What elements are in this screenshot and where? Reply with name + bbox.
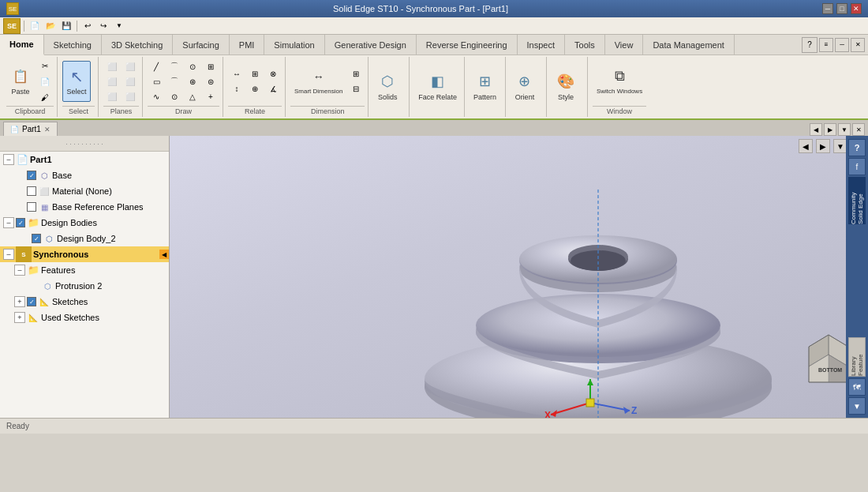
features-expand[interactable]: –	[14, 265, 25, 276]
map-button[interactable]: 🗺	[848, 378, 866, 396]
tab-tools[interactable]: Tools	[565, 35, 605, 54]
viewport-prev-button[interactable]: ◀	[799, 139, 813, 153]
feature-library-button[interactable]: Feature Library	[848, 337, 866, 377]
draw-btn-12[interactable]: +	[202, 89, 219, 103]
viewport-next-button[interactable]: ▶	[816, 139, 830, 153]
help-button[interactable]: ?	[848, 139, 866, 156]
smart-dimension-button[interactable]: ↔ Smart Dimension	[290, 64, 346, 100]
tree-item-design-bodies[interactable]: – ✓ 📁 Design Bodies	[0, 215, 169, 231]
community-button[interactable]: Solid Edge Community	[848, 177, 866, 224]
plane-btn-6[interactable]: ⬜	[122, 89, 139, 103]
maximize-button[interactable]: □	[836, 3, 847, 14]
draw-btn-10[interactable]: ⊙	[166, 89, 183, 103]
undo-button[interactable]: ↩	[80, 19, 95, 33]
tab-surfacing[interactable]: Surfacing	[173, 35, 229, 54]
tree-item-used-sketches[interactable]: + 📐 Used Sketches	[0, 310, 169, 325]
tree-item-synchronous[interactable]: – S Synchronous ◀	[0, 246, 169, 262]
dim-btn-2[interactable]: ⊟	[347, 82, 365, 96]
ribbon-options-button[interactable]: ─	[835, 38, 849, 52]
tab-close-button[interactable]: ✕	[44, 126, 51, 133]
synchronous-expand[interactable]: –	[3, 249, 14, 260]
panel-scroll-handle[interactable]: · · · · · · · · · ·	[0, 136, 169, 152]
material-check[interactable]	[27, 186, 36, 196]
orient-button[interactable]: ⊕ Orient	[511, 66, 539, 107]
app-button[interactable]: SE	[3, 18, 21, 34]
sketches-check[interactable]: ✓	[27, 297, 36, 306]
paste-button[interactable]: 📋 Paste	[6, 61, 35, 102]
plane-btn-2[interactable]: ⬜	[122, 59, 139, 73]
save-button[interactable]: 💾	[59, 19, 73, 33]
design-body-check[interactable]: ✓	[32, 234, 41, 243]
scroll-down-button[interactable]: ▼	[848, 397, 866, 415]
select-button[interactable]: ↖ Select	[62, 61, 91, 102]
help-search-button[interactable]: ?	[802, 37, 817, 53]
relate-btn-5[interactable]: ⊕	[246, 82, 264, 96]
minimize-button[interactable]: ─	[822, 3, 833, 14]
relate-btn-1[interactable]: ↔	[228, 67, 245, 81]
draw-btn-6[interactable]: ⌒	[166, 74, 183, 88]
used-sketches-expand[interactable]: +	[14, 312, 25, 323]
tree-root-part1[interactable]: – 📄 Part1	[0, 152, 169, 167]
draw-btn-3[interactable]: ⊙	[184, 59, 201, 73]
draw-btn-2[interactable]: ⌒	[166, 59, 183, 73]
cut-button[interactable]: ✂	[36, 58, 54, 73]
open-button[interactable]: 📂	[43, 19, 58, 33]
tab-3d-sketching[interactable]: 3D Sketching	[102, 35, 173, 54]
facebook-button[interactable]: f	[848, 158, 866, 175]
draw-btn-11[interactable]: △	[184, 89, 201, 103]
tab-sketching[interactable]: Sketching	[44, 35, 102, 54]
draw-btn-5[interactable]: ▭	[148, 74, 165, 88]
tab-view[interactable]: View	[605, 35, 644, 54]
tree-item-material[interactable]: ⬜ Material (None)	[0, 183, 169, 199]
plane-btn-1[interactable]: ⬜	[103, 59, 121, 73]
ribbon-close-button[interactable]: ✕	[851, 38, 865, 52]
base-check[interactable]: ✓	[27, 171, 36, 180]
tab-reverse-engineering[interactable]: Reverse Engineering	[417, 35, 518, 54]
relate-btn-2[interactable]: ⊞	[246, 67, 264, 81]
draw-btn-4[interactable]: ⊞	[202, 59, 219, 73]
tab-data-management[interactable]: Data Management	[643, 35, 735, 54]
draw-btn-1[interactable]: ╱	[148, 59, 165, 73]
relate-btn-6[interactable]: ∡	[264, 82, 282, 96]
next-window-button[interactable]: ▶	[824, 123, 836, 136]
plane-btn-4[interactable]: ⬜	[122, 74, 139, 88]
tab-simulation[interactable]: Simulation	[264, 35, 324, 54]
close-window-button[interactable]: ✕	[852, 123, 865, 136]
close-button[interactable]: ✕	[851, 3, 862, 14]
tree-item-features[interactable]: – 📁 Features	[0, 262, 169, 278]
customize-button[interactable]: ▼	[112, 19, 126, 33]
design-bodies-check[interactable]: ✓	[16, 218, 25, 227]
face-relate-button[interactable]: ◧ Face Relate	[414, 66, 461, 107]
tab-generative-design[interactable]: Generative Design	[325, 35, 417, 54]
switch-windows-button[interactable]: ⧉ Switch Windows	[593, 61, 646, 102]
prev-window-button[interactable]: ◀	[810, 123, 822, 136]
draw-btn-9[interactable]: ∿	[148, 89, 165, 103]
relate-btn-3[interactable]: ⊗	[264, 67, 282, 81]
plane-btn-5[interactable]: ⬜	[103, 89, 121, 103]
tree-item-base-ref[interactable]: ▦ Base Reference Planes	[0, 199, 169, 215]
copy-button[interactable]: 📄	[36, 74, 54, 88]
ribbon-minimize-button[interactable]: ≡	[819, 38, 833, 52]
tab-pmi[interactable]: PMI	[230, 35, 265, 54]
root-expand[interactable]: –	[3, 154, 14, 165]
viewport[interactable]: ◀ ▶ ▼ ✕	[170, 136, 868, 418]
solids-button[interactable]: ⬡ Solids	[373, 66, 402, 107]
tree-item-protrusion-2[interactable]: ⬡ Protrusion 2	[0, 278, 169, 294]
tab-inspect[interactable]: Inspect	[518, 35, 565, 54]
tree-item-design-body-2[interactable]: ✓ ⬡ Design Body_2	[0, 231, 169, 246]
tree-item-base[interactable]: ✓ ⬡ Base	[0, 167, 169, 183]
dim-btn-1[interactable]: ⊞	[347, 67, 365, 81]
plane-btn-3[interactable]: ⬜	[103, 74, 121, 88]
style-button[interactable]: 🎨 Style	[552, 66, 580, 107]
tree-item-sketches[interactable]: + ✓ 📐 Sketches	[0, 294, 169, 310]
format-button[interactable]: 🖌	[36, 90, 54, 104]
tab-home[interactable]: Home	[0, 35, 44, 55]
sketches-expand[interactable]: +	[14, 296, 25, 307]
window-menu-button[interactable]: ▼	[838, 123, 851, 136]
base-ref-check[interactable]	[27, 202, 36, 212]
pattern-button[interactable]: ⊞ Pattern	[470, 66, 500, 107]
new-button[interactable]: 📄	[28, 19, 42, 33]
relate-btn-4[interactable]: ↕	[228, 82, 245, 96]
document-tab-part1[interactable]: 📄 Part1 ✕	[3, 122, 58, 136]
design-bodies-expand[interactable]: –	[3, 217, 14, 228]
